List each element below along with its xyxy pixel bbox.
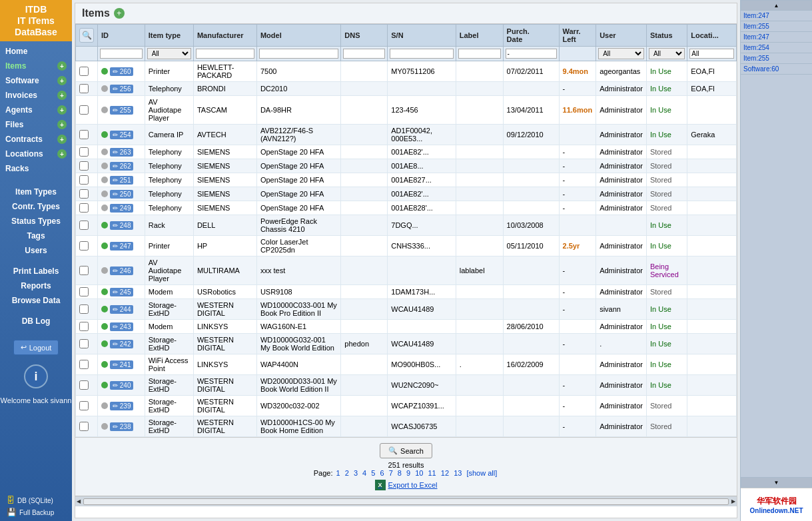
filter-location-input[interactable] (689, 49, 734, 59)
page-11[interactable]: 11 (428, 469, 436, 477)
col-location[interactable]: Locati... (687, 25, 737, 47)
edit-button-5[interactable]: ✏ 262 (110, 162, 133, 171)
filter-id-input[interactable] (100, 49, 143, 59)
edit-button-0[interactable]: ✏ 260 (110, 67, 133, 76)
page-7[interactable]: 7 (389, 469, 393, 477)
sidebar-item-item-types[interactable]: Item Types (10, 185, 62, 199)
page-5[interactable]: 5 (371, 469, 375, 477)
row-checkbox-5[interactable] (79, 161, 89, 171)
full-backup-item[interactable]: 💾 Full Backup (3, 506, 69, 518)
add-item-icon[interactable]: + (114, 8, 125, 19)
filter-label-input[interactable] (458, 49, 501, 59)
edit-button-6[interactable]: ✏ 251 (110, 176, 133, 185)
export-excel-button[interactable]: X Export to Excel (375, 480, 438, 490)
filter-dns-input[interactable] (343, 49, 385, 59)
col-item-type[interactable]: Item type (145, 25, 193, 47)
row-checkbox-0[interactable] (79, 67, 89, 76)
filter-model-input[interactable] (259, 49, 338, 59)
col-id[interactable]: ID (98, 25, 145, 47)
activity-item-5[interactable]: Item:255 (741, 53, 812, 64)
row-checkbox-9[interactable] (79, 221, 89, 230)
logout-button[interactable]: ↩ Logout (13, 340, 59, 355)
col-warr-left[interactable]: Warr.Left (559, 25, 596, 47)
sidebar-item-items[interactable]: Items + (0, 59, 72, 73)
row-checkbox-13[interactable] (79, 304, 89, 314)
sidebar-item-users[interactable]: Users (19, 243, 52, 258)
col-status[interactable]: Status (646, 25, 687, 47)
edit-button-3[interactable]: ✏ 254 (110, 131, 133, 139)
edit-button-2[interactable]: ✏ 255 (110, 106, 133, 115)
page-13[interactable]: 13 (454, 469, 462, 477)
col-dns[interactable]: DNS (341, 25, 388, 47)
agents-add-icon[interactable]: + (57, 105, 67, 115)
sidebar-item-tags[interactable]: Tags (21, 229, 50, 243)
sidebar-item-invoices[interactable]: Invoices + (0, 88, 72, 103)
horizontal-scrollbar[interactable] (83, 498, 729, 505)
row-checkbox-4[interactable] (79, 147, 89, 157)
edit-button-17[interactable]: ✏ 240 (110, 381, 133, 390)
activity-item-2[interactable]: Item:255 (741, 21, 812, 32)
row-checkbox-7[interactable] (79, 189, 89, 199)
sidebar-item-db-log[interactable]: DB Log (17, 314, 56, 328)
page-3[interactable]: 3 (354, 469, 358, 477)
sidebar-item-print-labels[interactable]: Print Labels (8, 264, 65, 278)
page-1[interactable]: 1 (336, 469, 340, 477)
row-checkbox-14[interactable] (79, 322, 89, 331)
edit-button-7[interactable]: ✏ 250 (110, 190, 133, 199)
sidebar-item-status-types[interactable]: Status Types (6, 214, 66, 229)
filter-user-select[interactable]: All (598, 48, 644, 59)
sidebar-item-home[interactable]: Home (0, 44, 72, 59)
sidebar-item-reports[interactable]: Reports (15, 278, 56, 293)
row-checkbox-17[interactable] (79, 380, 89, 390)
filter-manufacturer-input[interactable] (196, 49, 254, 59)
activity-scroll-up[interactable]: ▲ (741, 0, 812, 11)
edit-button-19[interactable]: ✏ 238 (110, 422, 133, 431)
activity-item-6[interactable]: Software:60 (741, 64, 812, 75)
edit-button-8[interactable]: ✏ 249 (110, 204, 133, 213)
activity-scroll-down[interactable]: ▼ (741, 477, 812, 488)
activity-item-3[interactable]: Item:247 (741, 32, 812, 43)
sidebar-item-locations[interactable]: Locations + (0, 147, 72, 161)
filter-sn-input[interactable] (390, 49, 453, 59)
edit-button-11[interactable]: ✏ 246 (110, 266, 133, 275)
locations-add-icon[interactable]: + (57, 149, 67, 159)
sidebar-item-agents[interactable]: Agents + (0, 103, 72, 117)
edit-button-1[interactable]: ✏ 256 (110, 85, 133, 93)
search-button[interactable]: 🔍 Search (380, 443, 432, 458)
page-9[interactable]: 9 (406, 469, 410, 477)
row-checkbox-3[interactable] (79, 130, 89, 139)
col-user[interactable]: User (596, 25, 647, 47)
page-6[interactable]: 6 (380, 469, 384, 477)
sidebar-item-software[interactable]: Software + (0, 73, 72, 88)
edit-button-15[interactable]: ✏ 242 (110, 340, 133, 348)
edit-button-4[interactable]: ✏ 263 (110, 148, 133, 157)
row-checkbox-19[interactable] (79, 422, 89, 431)
edit-button-10[interactable]: ✏ 247 (110, 242, 133, 251)
filter-purch-date-input[interactable] (506, 49, 557, 59)
row-checkbox-8[interactable] (79, 203, 89, 213)
show-all-link[interactable]: [show all] (466, 469, 497, 477)
col-model[interactable]: Model (256, 25, 340, 47)
edit-button-13[interactable]: ✏ 244 (110, 305, 133, 314)
col-label[interactable]: Label (456, 25, 503, 47)
page-2[interactable]: 2 (345, 469, 349, 477)
activity-item-4[interactable]: Item:254 (741, 43, 812, 53)
row-checkbox-16[interactable] (79, 360, 89, 369)
scroll-right-arrow[interactable]: ▶ (731, 498, 735, 504)
row-checkbox-12[interactable] (79, 287, 89, 296)
db-sqlite-item[interactable]: 🗄 DB (SQLite) (3, 494, 69, 506)
filter-status-select[interactable]: All (649, 48, 685, 59)
page-8[interactable]: 8 (398, 469, 402, 477)
row-checkbox-18[interactable] (79, 401, 89, 410)
filter-item-type-select[interactable]: All (147, 48, 191, 59)
col-purch-date[interactable]: Purch.Date (503, 25, 559, 47)
edit-button-9[interactable]: ✏ 248 (110, 221, 133, 230)
items-add-icon[interactable]: + (57, 61, 67, 71)
page-4[interactable]: 4 (362, 469, 366, 477)
table-search-icon[interactable]: 🔍 (79, 28, 94, 43)
col-manufacturer[interactable]: Manufacturer (193, 25, 256, 47)
page-10[interactable]: 10 (415, 469, 423, 477)
row-checkbox-1[interactable] (79, 84, 89, 93)
row-checkbox-11[interactable] (79, 266, 89, 275)
row-checkbox-15[interactable] (79, 339, 89, 348)
